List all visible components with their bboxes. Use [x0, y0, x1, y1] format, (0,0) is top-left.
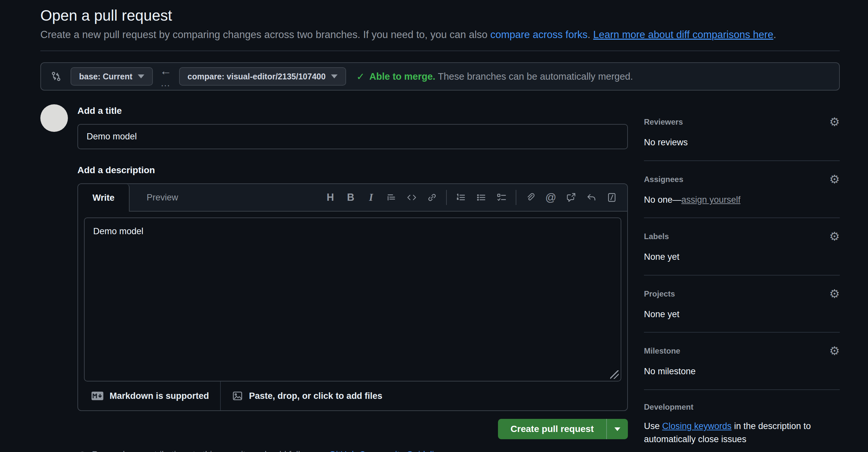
tab-preview[interactable]: Preview — [130, 184, 195, 211]
reviewers-heading: Reviewers — [644, 118, 683, 127]
toolbar-divider — [516, 190, 516, 205]
milestone-heading: Milestone — [644, 346, 680, 356]
title-label: Add a title — [78, 106, 628, 116]
markdown-supported-link[interactable]: Markdown is supported — [80, 382, 220, 410]
sidebar: Reviewers ⚙ No reviews Assignees ⚙ No on… — [644, 100, 840, 452]
description-label: Add a description — [78, 165, 628, 175]
pull-request-page: Open a pull request Create a new pull re… — [40, 0, 840, 452]
tasklist-button[interactable] — [491, 187, 512, 207]
resize-handle-icon[interactable] — [610, 370, 619, 379]
development-heading: Development — [644, 402, 693, 412]
labels-value: None yet — [644, 250, 840, 264]
reviewers-header[interactable]: Reviewers ⚙ — [644, 116, 840, 128]
sidebar-section-milestone: Milestone ⚙ No milestone — [644, 345, 840, 390]
assignees-value-text: No one— — [644, 195, 681, 205]
community-guidelines-link[interactable]: GitHub Community Guidelines. — [329, 450, 451, 452]
development-header: Development — [644, 402, 840, 412]
development-text-pre: Use — [644, 421, 662, 431]
description-textarea[interactable]: Demo model — [84, 218, 621, 382]
create-pull-request-split-button: Create pull request — [498, 419, 628, 439]
create-pull-request-dropdown[interactable] — [606, 419, 628, 439]
gear-icon[interactable]: ⚙ — [829, 345, 840, 357]
labels-header[interactable]: Labels ⚙ — [644, 231, 840, 243]
gear-icon[interactable]: ⚙ — [829, 173, 840, 185]
assignees-heading: Assignees — [644, 175, 683, 184]
sidebar-section-development: Development Use Closing keywords in the … — [644, 402, 840, 452]
compare-across-forks-link[interactable]: compare across forks — [490, 29, 588, 40]
tasklist-icon — [496, 192, 507, 203]
contribution-note: Remember, contributions to this reposito… — [78, 450, 628, 452]
projects-value: None yet — [644, 308, 840, 321]
base-branch-selector[interactable]: base: Current — [70, 67, 153, 86]
development-value: Use Closing keywords in the description … — [644, 420, 840, 446]
cross-reference-button[interactable] — [561, 187, 581, 207]
ordered-list-icon — [456, 192, 466, 203]
quote-icon — [386, 192, 397, 203]
bold-button[interactable]: B — [341, 187, 361, 207]
ordered-list-button[interactable] — [451, 187, 471, 207]
subtitle-separator: . — [588, 29, 593, 40]
left-arrow-icon: ← — [160, 65, 172, 77]
heading-button[interactable]: H — [320, 187, 341, 207]
merge-status: ✓ Able to merge. These branches can be a… — [356, 71, 633, 82]
subtitle-period: . — [773, 29, 776, 40]
editor-body: Demo model — [78, 212, 627, 382]
italic-icon: I — [369, 192, 373, 203]
markdown-supported-label: Markdown is supported — [110, 391, 209, 401]
assignees-header[interactable]: Assignees ⚙ — [644, 173, 840, 185]
contribution-note-text: Remember, contributions to this reposito… — [92, 450, 329, 452]
gear-icon[interactable]: ⚙ — [829, 231, 840, 243]
code-icon — [406, 192, 417, 203]
mention-icon: @ — [545, 191, 556, 204]
tab-write[interactable]: Write — [78, 184, 130, 212]
pull-request-form: Add a title Add a description Write Prev… — [78, 100, 628, 452]
cross-reference-icon — [566, 192, 577, 203]
sidebar-section-projects: Projects ⚙ None yet — [644, 288, 840, 333]
gear-icon[interactable]: ⚙ — [829, 116, 840, 128]
italic-button[interactable]: I — [361, 187, 381, 207]
unordered-list-button[interactable] — [471, 187, 491, 207]
page-subtitle: Create a new pull request by comparing c… — [40, 29, 840, 51]
git-compare-icon — [50, 70, 62, 82]
attach-files-button[interactable]: Paste, drop, or click to add files — [221, 382, 394, 410]
gear-icon[interactable]: ⚙ — [829, 288, 840, 300]
author-column — [40, 100, 78, 452]
editor-footer: Markdown is supported Paste, drop, or cl… — [78, 382, 627, 410]
saved-replies-button[interactable] — [601, 187, 622, 207]
reviewers-value: No reviews — [644, 136, 840, 149]
projects-heading: Projects — [644, 289, 675, 298]
subtitle-text: Create a new pull request by comparing c… — [40, 29, 490, 40]
link-button[interactable] — [422, 187, 442, 207]
slash-square-icon — [607, 192, 617, 203]
compare-branch-label: compare: visual-editor/2135/107400 — [188, 72, 326, 82]
merge-status-strong: Able to merge. — [369, 71, 435, 82]
diff-comparisons-link[interactable]: Learn more about diff comparisons here — [593, 29, 773, 40]
mention-button[interactable]: @ — [540, 187, 561, 207]
projects-header[interactable]: Projects ⚙ — [644, 288, 840, 300]
compare-branch-selector[interactable]: compare: visual-editor/2135/107400 — [179, 67, 346, 86]
assign-yourself-link[interactable]: assign yourself — [681, 195, 740, 205]
quote-button[interactable] — [381, 187, 402, 207]
ellipsis-icon: … — [160, 78, 171, 88]
labels-heading: Labels — [644, 232, 669, 241]
attach-file-button[interactable] — [520, 187, 540, 207]
merge-status-rest: These branches can be automatically merg… — [438, 71, 633, 82]
link-icon — [427, 192, 437, 203]
markdown-icon — [91, 391, 104, 400]
chevron-down-icon — [614, 427, 620, 431]
title-input[interactable] — [78, 124, 628, 149]
unordered-list-icon — [476, 192, 487, 203]
reply-button[interactable] — [581, 187, 601, 207]
heading-icon: H — [327, 192, 334, 203]
create-pull-request-button[interactable]: Create pull request — [498, 419, 606, 439]
chevron-down-icon — [138, 74, 144, 78]
bold-icon: B — [347, 192, 354, 203]
attach-files-label: Paste, drop, or click to add files — [249, 391, 382, 401]
milestone-header[interactable]: Milestone ⚙ — [644, 345, 840, 357]
base-branch-label: base: Current — [79, 72, 132, 82]
milestone-value: No milestone — [644, 365, 840, 378]
code-button[interactable] — [402, 187, 422, 207]
markdown-toolbar: H B I — [320, 184, 627, 211]
closing-keywords-link[interactable]: Closing keywords — [662, 421, 732, 431]
branch-direction-indicator: ← … — [160, 65, 172, 88]
